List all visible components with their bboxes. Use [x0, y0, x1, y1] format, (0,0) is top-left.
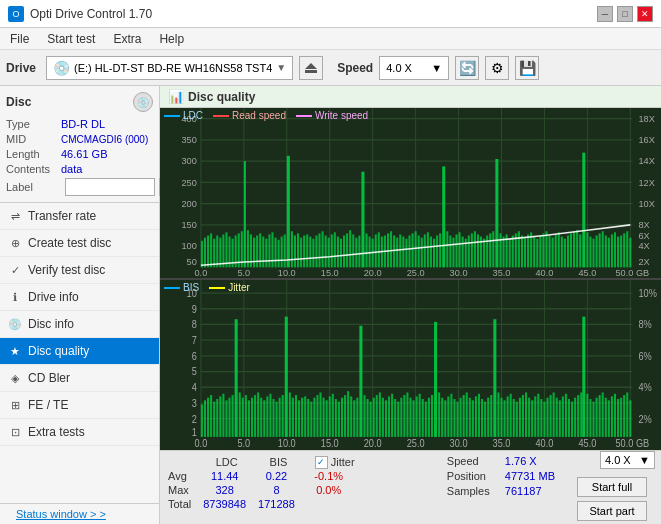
svg-rect-182	[614, 232, 616, 267]
disc-icon-btn[interactable]: 💿	[133, 92, 153, 112]
svg-text:8%: 8%	[639, 317, 652, 330]
svg-rect-318	[460, 398, 462, 437]
svg-text:30.0: 30.0	[450, 268, 468, 278]
svg-rect-75	[281, 237, 283, 268]
disc-label-input[interactable]	[65, 178, 155, 196]
read-legend-color	[213, 115, 229, 117]
svg-rect-183	[617, 237, 619, 268]
svg-rect-240	[216, 399, 218, 437]
menu-file[interactable]: File	[6, 30, 33, 48]
minimize-button[interactable]: ─	[597, 6, 613, 22]
svg-rect-178	[602, 231, 604, 267]
svg-rect-83	[306, 234, 308, 267]
svg-rect-121	[424, 234, 426, 267]
svg-rect-350	[559, 400, 561, 437]
disc-mid-value: CMCMAGDI6 (000)	[61, 134, 148, 145]
right-panel: 📊 Disc quality LDC Read speed	[160, 86, 661, 524]
svg-text:300: 300	[181, 156, 196, 166]
svg-rect-282	[347, 391, 349, 437]
bis-legend: BIS Jitter	[164, 282, 250, 293]
svg-rect-244	[229, 398, 231, 437]
svg-rect-314	[447, 396, 449, 437]
svg-rect-138	[477, 234, 479, 267]
sidebar-item-verify-test-disc[interactable]: ✓ Verify test disc	[0, 257, 159, 284]
start-full-button[interactable]: Start full	[577, 477, 647, 497]
svg-rect-184	[620, 236, 622, 268]
position-val: 47731 MB	[505, 470, 555, 482]
settings-button[interactable]: ⚙	[485, 56, 509, 80]
svg-rect-172	[582, 153, 585, 268]
close-button[interactable]: ✕	[637, 6, 653, 22]
svg-rect-112	[396, 238, 398, 268]
start-part-button[interactable]: Start part	[577, 501, 647, 521]
svg-rect-291	[376, 395, 378, 437]
svg-rect-116	[408, 236, 410, 268]
avg-label: Avg	[168, 469, 203, 483]
svg-rect-243	[225, 400, 227, 437]
svg-rect-242	[222, 394, 224, 437]
svg-rect-137	[474, 231, 476, 267]
drive-label: Drive	[6, 61, 36, 75]
save-button[interactable]: 💾	[515, 56, 539, 80]
menu-help[interactable]: Help	[155, 30, 188, 48]
svg-rect-367	[611, 396, 613, 437]
svg-rect-237	[207, 398, 209, 437]
svg-rect-173	[586, 232, 588, 267]
titlebar-controls: ─ □ ✕	[597, 6, 653, 22]
sidebar-item-disc-info[interactable]: 💿 Disc info	[0, 311, 159, 338]
svg-rect-129	[449, 236, 451, 268]
svg-rect-57	[225, 232, 227, 267]
svg-rect-168	[570, 233, 572, 267]
drive-selector[interactable]: 💿 (E:) HL-DT-ST BD-RE WH16NS58 TST4 ▼	[46, 56, 293, 80]
svg-text:25.0: 25.0	[407, 268, 425, 278]
svg-rect-67	[256, 236, 258, 268]
svg-rect-312	[441, 398, 443, 437]
jitter-checkbox[interactable]: ✓	[315, 456, 328, 469]
menu-extra[interactable]: Extra	[109, 30, 145, 48]
svg-rect-78	[291, 231, 293, 267]
sidebar-item-extra-tests[interactable]: ⊡ Extra tests	[0, 419, 159, 446]
svg-rect-125	[436, 236, 438, 268]
eject-button[interactable]	[299, 56, 323, 80]
svg-rect-275	[326, 400, 328, 437]
chart-title-icon: 📊	[168, 89, 184, 104]
svg-rect-159	[542, 233, 544, 267]
menu-start-test[interactable]: Start test	[43, 30, 99, 48]
speed-selector[interactable]: 4.0 X ▼	[379, 56, 449, 80]
svg-rect-310	[434, 322, 437, 437]
svg-rect-364	[602, 392, 604, 436]
svg-rect-306	[422, 399, 424, 437]
avg-bis: 0.22	[258, 469, 307, 483]
svg-rect-346	[546, 398, 548, 437]
svg-rect-337	[519, 398, 521, 437]
svg-rect-79	[294, 236, 296, 268]
svg-rect-93	[337, 237, 339, 268]
svg-rect-269	[307, 399, 309, 437]
svg-rect-123	[430, 237, 432, 268]
sidebar-item-create-test-disc[interactable]: ⊕ Create test disc	[0, 230, 159, 257]
svg-rect-295	[388, 396, 390, 437]
svg-rect-49	[201, 241, 203, 268]
sidebar-item-cd-bler[interactable]: ◈ CD Bler	[0, 365, 159, 392]
svg-rect-348	[553, 392, 555, 436]
svg-rect-248	[242, 398, 244, 437]
cd-bler-icon: ◈	[8, 371, 22, 385]
svg-rect-95	[343, 236, 345, 268]
nav-fe-te-label: FE / TE	[28, 398, 68, 412]
sidebar-item-fe-te[interactable]: ⊞ FE / TE	[0, 392, 159, 419]
nav-drive-info-label: Drive info	[28, 290, 79, 304]
svg-rect-266	[298, 400, 300, 437]
svg-rect-343	[537, 394, 539, 437]
svg-text:50.0 GB: 50.0 GB	[616, 268, 650, 278]
sidebar-item-drive-info[interactable]: ℹ Drive info	[0, 284, 159, 311]
sidebar-item-disc-quality[interactable]: ★ Disc quality	[0, 338, 159, 365]
refresh-button[interactable]: 🔄	[455, 56, 479, 80]
maximize-button[interactable]: □	[617, 6, 633, 22]
svg-text:8: 8	[192, 317, 197, 330]
svg-rect-285	[356, 398, 358, 437]
svg-rect-86	[315, 236, 317, 268]
sidebar-item-transfer-rate[interactable]: ⇌ Transfer rate	[0, 203, 159, 230]
svg-rect-277	[332, 394, 334, 437]
stat-speed-selector[interactable]: 4.0 X ▼	[600, 451, 655, 469]
status-window-link[interactable]: Status window > >	[8, 504, 114, 524]
